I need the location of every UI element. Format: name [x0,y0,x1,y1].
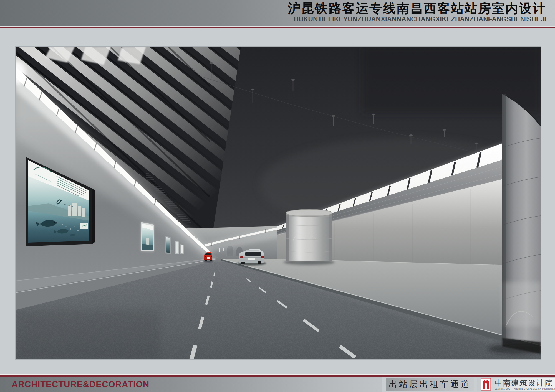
header-divider-red [0,27,555,28]
page-title: 沪昆铁路客运专线南昌西客站站房室内设计 [288,1,546,16]
tunnel-rendering-scene [16,47,541,359]
tunnel-rendering [16,47,541,359]
design-institute-name: 中南建筑设计院 CENTRAL-SOUTH ARCHITECTURAL DESI… [495,379,555,390]
footer-brand-text: ARCHITECTURE&DECORATION [12,380,149,390]
title-block: 沪昆铁路客运专线南昌西客站站房室内设计 HUKUNTIELIKEYUNZHUAN… [288,1,546,23]
design-institute-name-en: CENTRAL-SOUTH ARCHITECTURAL DESIGN INSTI… [495,388,555,390]
design-institute-block: 中南建筑设计院 CENTRAL-SOUTH ARCHITECTURAL DESI… [477,378,555,391]
csadi-logo-icon [481,378,491,391]
presentation-board: 沪昆铁路客运专线南昌西客站站房室内设计 HUKUNTIELIKEYUNZHUAN… [0,0,555,392]
header-bar: 沪昆铁路客运专线南昌西客站站房室内设计 HUKUNTIELIKEYUNZHUAN… [0,0,555,26]
footer-brand-strip: ARCHITECTURE&DECORATION [0,377,382,392]
drawing-caption-plate: 出站层出租车通道 [386,378,474,391]
design-institute-name-cn: 中南建筑设计院 [495,379,555,388]
page-title-pinyin: HUKUNTIELIKEYUNZHUANXIANNANCHANGXIKEZHAN… [288,16,546,23]
drawing-caption-text: 出站层出租车通道 [389,379,471,390]
footer-bar: ARCHITECTURE&DECORATION 出站层出租车通道 中南建筑设计院… [0,377,555,392]
